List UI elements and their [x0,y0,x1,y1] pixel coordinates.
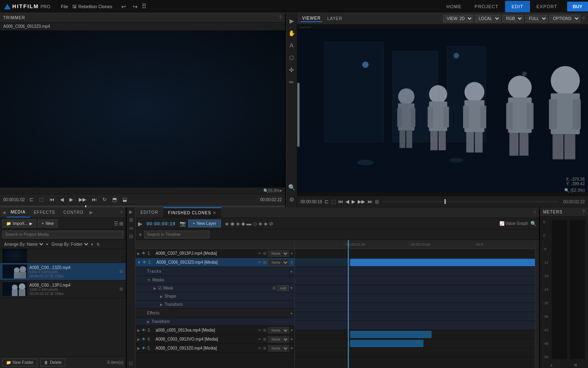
expand-icon-2[interactable]: ▼ [137,260,141,265]
media-panel-help-icon[interactable]: ? [118,209,124,217]
keyframe-btn-9[interactable]: ⊘ [269,221,273,227]
undo-button[interactable]: ↩ [119,2,129,11]
viewer-step-fwd[interactable]: ⏭ [368,199,372,204]
local-select[interactable]: LOCAL [475,15,501,22]
masks-expand-icon[interactable]: ▼ [147,278,151,282]
blend-select-2[interactable]: None [268,259,289,266]
redo-button[interactable]: ↪ [130,2,140,11]
track-arrow-5[interactable]: ▾ [291,346,293,350]
keyframe-btn-6[interactable]: ◇ [253,221,257,227]
eye-icon-3[interactable]: 👁 [142,328,146,332]
effects-add-icon[interactable]: + [290,311,293,316]
viewer-frame-back[interactable]: ◀ [345,199,349,204]
insert-btn[interactable]: ⬒ [111,196,118,203]
import-button[interactable]: 📁 Import... ▶ [2,220,36,227]
masks-sub-row[interactable]: ▼ Masks [136,276,294,284]
arrange-by-select[interactable]: Arrange By: Name [2,242,45,247]
viewer-mark-in[interactable]: ⬚ [331,199,336,204]
blend-select-4[interactable]: None [268,336,289,343]
editor-tab-editor[interactable]: EDITOR [136,208,163,217]
expand-icon-5[interactable]: ▶ [137,346,140,350]
transform-expand-icon-2[interactable]: ▶ [147,320,150,324]
timeline-layer-4[interactable]: ▶ 👁 4. A008_C003_0913VO.mp4 [Media] ✏ ⊞ … [136,335,294,344]
list-item[interactable]: A008_C00...13Z0.mp4 1280 x 540 pixels 00… [0,263,126,280]
edit-icon-4[interactable]: ✏ [258,337,261,341]
edit-icon-2[interactable]: ✏ [258,260,261,265]
media-tab-effects[interactable]: EFFECTS [30,208,60,217]
keyframe-btn-7[interactable]: ◈ [258,221,262,227]
expand-icon-3[interactable]: ▶ [137,328,140,332]
extra-tool-btn[interactable]: ⚙ [287,195,296,204]
play-pause-btn[interactable]: ▶ [68,196,74,203]
mask-expand-icon[interactable]: ▶ [154,286,156,290]
keyframe-btn-8[interactable]: ◈ [264,221,267,227]
viewer-help-icon[interactable]: ? [582,16,585,22]
editor-tab-finished[interactable]: FINISHED CLONES ✕ [163,207,222,218]
media-search-input[interactable] [2,231,123,238]
grid-view-button[interactable]: ⊞ [119,221,123,227]
add-mask-button[interactable]: Add [277,285,289,291]
add-arrow[interactable]: ▾ [290,285,293,291]
capture-button[interactable]: 📷 [180,221,186,227]
edit-icon-5[interactable]: ✏ [258,346,261,350]
text-tool-btn[interactable]: A [287,41,296,50]
options-select[interactable]: OPTIONS [549,15,580,22]
step-back-btn[interactable]: ⏮ [48,196,56,203]
media-tab-contro[interactable]: CONTRO [59,208,87,217]
media-settings-icon-3[interactable]: ⚙ [119,287,123,292]
eye-icon-4[interactable]: 👁 [142,337,146,341]
tab-home[interactable]: HOME [440,1,468,12]
viewer-frame-fwd2[interactable]: ▶▶ [358,199,365,204]
media-panel-collapse[interactable]: ◀ [2,210,7,215]
track-clip-3[interactable] [350,331,432,338]
tl-slip-tool[interactable]: ⇔ [129,225,133,231]
tl-ripple-tool[interactable]: ⊞ [129,217,133,223]
new-layer-button[interactable]: + New Layer [188,220,221,227]
group-by-select[interactable]: Group By: Folder [50,242,89,247]
transform-expand-icon-1[interactable]: ▶ [160,303,163,307]
timeline-layer-1[interactable]: ▶ 👁 1. A008_C007_0913PJ.mp4 [Media] ✏ ⊞ … [136,249,294,258]
frame-fwd-btn[interactable]: ▶▶ [78,196,87,203]
track-clip-4[interactable] [350,340,423,347]
viewer-trim-in[interactable]: ⊏ [325,199,329,204]
timeline-search-button[interactable]: 🔍 [530,221,537,227]
viewer-step-back[interactable]: ⏮ [338,199,343,204]
move-tool-btn[interactable]: ✜ [287,65,296,74]
blend-select-1[interactable]: None [268,250,289,257]
tracks-add-icon[interactable]: + [290,269,293,274]
tl-select-tool[interactable]: ▶ [129,209,133,215]
trim-mark-in[interactable]: ⬚ [38,196,45,203]
trimmer-timeline[interactable] [0,205,285,207]
grid-button[interactable]: ⠿ [142,2,147,10]
tl-snap-tool[interactable]: U [129,361,133,366]
frame-back-btn[interactable]: ◀ [59,196,65,203]
timeline-search-input[interactable] [144,231,209,238]
tracks-scroll-area[interactable] [295,249,539,368]
value-graph-button[interactable]: 📈 Value Graph [499,221,528,226]
viewer-tab-layer[interactable]: LAYER [325,16,344,22]
timeline-scroll-sidebar[interactable] [535,240,539,368]
delete-button[interactable]: 🗑 Delete [40,359,65,366]
keyframe-btn-3[interactable]: ◈ [236,221,240,227]
track-arrow-1[interactable]: ▾ [291,251,293,256]
timeline-layer-2[interactable]: ▼ 👁 2. A008_C006_0913Z0.mp4 [Media] ✏ ⊞ … [136,258,294,267]
step-fwd-btn[interactable]: ⏭ [91,196,98,203]
transform-row-1[interactable]: ▶ Transform [136,301,294,309]
shape-expand-icon[interactable]: ▶ [160,294,163,298]
track-arrow-4[interactable]: ▾ [291,337,293,341]
transform-row-2[interactable]: ▶ Transform [136,318,294,326]
overwrite-btn[interactable]: ⬓ [121,196,128,203]
rgb-select[interactable]: RGB [502,15,523,22]
mask-row[interactable]: ▶ ☑ Mask ⊞ Add ▾ [136,284,294,292]
media-tab-media[interactable]: MEDIA [7,207,30,218]
loop-btn[interactable]: ↻ [101,196,108,203]
keyframe-btn-5[interactable]: ▬ [247,221,252,227]
list-item[interactable]: A008_C00...13PJ.mp4 1280 x 540 pixels 00… [0,280,126,298]
shape-tool-btn[interactable]: ⬡ [287,53,296,62]
eye-icon-5[interactable]: 👁 [142,346,146,350]
trimmer-help-icon[interactable]: ? [279,15,282,20]
tracks-sub-row[interactable]: Tracks + [136,267,294,276]
tab-export[interactable]: EXPORT [530,1,564,12]
tab-project[interactable]: PROJECT [468,1,505,12]
media-settings-icon-2[interactable]: ⚙ [119,269,123,274]
